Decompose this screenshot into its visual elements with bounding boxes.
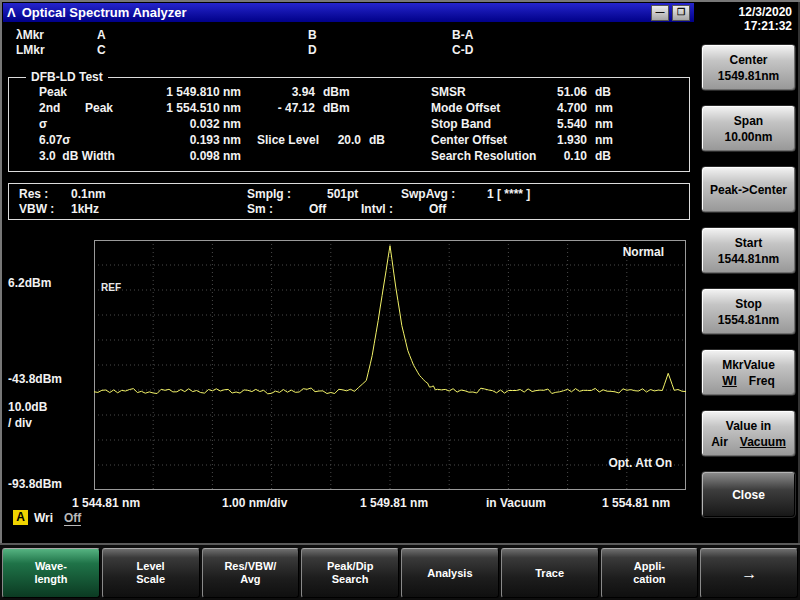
fkey-peak-dip-search-line2: Search [332, 573, 369, 586]
fkey-application-line2: cation [633, 573, 665, 586]
swpavg-value: 1 [ **** ] [487, 187, 530, 201]
fkey-level-scale[interactable]: Level Scale [102, 548, 200, 598]
y-axis-scale-label: 10.0dB [8, 400, 47, 414]
mode-offset-unit: nm [595, 101, 613, 115]
stop-band-unit: nm [595, 117, 613, 131]
second-peak-level-unit: dBm [323, 101, 350, 115]
fkey-level-scale-line1: Level [137, 560, 165, 573]
marker-d-label: D [308, 43, 317, 57]
date-text: 12/3/2020 [739, 5, 792, 19]
lambda-marker-label: λMkr [16, 28, 44, 42]
fkey-peak-dip-search-line1: Peak/Dip [327, 560, 373, 573]
analysis-row-sigma: σ 0.032 nm Stop Band 5.540 nm [9, 117, 689, 131]
analysis-row-2nd-peak: 2nd Peak 1 554.510 nm - 47.12 dBm Mode O… [9, 101, 689, 115]
start-button-value: 1544.81nm [718, 252, 779, 266]
stop-band-label: Stop Band [431, 117, 491, 131]
sigma-label: σ [39, 117, 47, 131]
intvl-label: Intvl : [361, 202, 393, 216]
fkey-wavelength-line1: Wave- [35, 560, 67, 573]
x-axis-div-label: 1.00 nm/div [222, 496, 287, 510]
marker-ba-label: B-A [452, 28, 473, 42]
center-button-value: 1549.81nm [718, 69, 779, 83]
fkey-res-vbw-avg-line1: Res/VBW/ [224, 560, 276, 573]
span-button-value: 10.00nm [724, 130, 772, 144]
analysis-results-box: Peak 1 549.810 nm 3.94 dBm SMSR 51.06 dB… [8, 77, 690, 172]
maximize-icon[interactable]: ❒ [672, 5, 690, 21]
fkey-trace-label: Trace [535, 567, 564, 580]
function-key-bar: Wave- length Level Scale Res/VBW/ Avg Pe… [0, 543, 800, 600]
value-in-option-air[interactable]: Air [711, 435, 728, 449]
slice-level-value: 20.0 [321, 133, 361, 147]
trace-display-status: Off [64, 511, 81, 526]
res-label: Res : [19, 187, 48, 201]
peak-to-center-button[interactable]: Peak->Center [701, 166, 796, 213]
six-sigma-label: 6.07σ [39, 133, 71, 147]
fkey-application-line1: Appli- [634, 560, 665, 573]
slice-level-label: Slice Level [257, 133, 319, 147]
marker-cd-label: C-D [452, 43, 473, 57]
smsr-value: 51.06 [497, 85, 587, 99]
x-axis-center-label: 1 549.81 nm [360, 496, 428, 510]
center-offset-value: 1.930 [497, 133, 587, 147]
fkey-application[interactable]: Appli- cation [601, 548, 699, 598]
res-value: 0.1nm [71, 187, 106, 201]
window-buttons: — ❒ [651, 5, 690, 21]
marker-value-button[interactable]: MkrValue Wl Freq [701, 349, 796, 396]
close-button[interactable]: Close [701, 471, 796, 518]
second-peak-level-value: - 47.12 [241, 101, 315, 115]
value-in-label: Value in [726, 419, 771, 433]
marker-value-options: Wl Freq [722, 374, 775, 388]
y-axis-bottom-label: -93.8dBm [8, 477, 62, 491]
anritsu-logo-icon: Λ [7, 5, 16, 20]
smplg-label: Smplg : [247, 187, 291, 201]
value-in-option-vacuum[interactable]: Vacuum [740, 435, 786, 449]
ref-level-label: REF [101, 282, 121, 293]
marker-a-label: A [97, 28, 106, 42]
minimize-icon[interactable]: — [651, 5, 669, 21]
search-resolution-unit: dB [595, 149, 611, 163]
marker-value-option-freq[interactable]: Freq [749, 374, 775, 388]
search-resolution-value: 0.10 [497, 149, 587, 163]
value-in-options: Air Vacuum [711, 435, 786, 449]
x-axis-stop-label: 1 554.81 nm [602, 496, 670, 510]
display-mode-label: Normal [623, 245, 664, 259]
analysis-row-6sigma: 6.07σ 0.193 nm Slice Level 20.0 dB Cente… [9, 133, 689, 147]
y-axis-scale-unit-label: / div [8, 416, 32, 430]
vbw-value: 1kHz [71, 202, 99, 216]
analysis-title: DFB-LD Test [26, 70, 108, 84]
peak-level-unit: dBm [323, 85, 350, 99]
start-button[interactable]: Start 1544.81nm [701, 227, 796, 274]
peak-to-center-label: Peak->Center [710, 183, 787, 197]
peak-level-value: 3.94 [241, 85, 315, 99]
fkey-wavelength[interactable]: Wave- length [2, 548, 100, 598]
y-axis-top-label: 6.2dBm [8, 276, 51, 290]
db-width-label: 3.0 dB Width [39, 149, 115, 163]
settings-row-2: VBW : 1kHz Sm : Off Intvl : Off [9, 202, 689, 215]
fkey-res-vbw-avg[interactable]: Res/VBW/ Avg [202, 548, 300, 598]
center-button[interactable]: Center 1549.81nm [701, 44, 796, 91]
x-axis-start-label: 1 544.81 nm [72, 496, 140, 510]
fkey-more-arrow[interactable]: → [700, 548, 798, 598]
slice-level-unit: dB [369, 133, 385, 147]
second-peak-wavelength-value: 1 554.510 nm [121, 101, 241, 115]
value-in-button[interactable]: Value in Air Vacuum [701, 410, 796, 457]
trace-write-status: Wri [34, 511, 53, 525]
marker-c-label: C [97, 43, 106, 57]
fkey-trace[interactable]: Trace [501, 548, 599, 598]
second-peak-label2: Peak [85, 101, 113, 115]
x-axis-medium-label: in Vacuum [486, 496, 546, 510]
level-marker-label: LMkr [16, 43, 45, 57]
marker-value-label: MkrValue [722, 358, 775, 372]
smplg-value: 501pt [327, 187, 358, 201]
center-offset-label: Center Offset [431, 133, 507, 147]
marker-value-option-wl[interactable]: Wl [722, 374, 737, 388]
osa-screen: Λ Optical Spectrum Analyzer — ❒ 12/3/202… [0, 0, 800, 600]
fkey-level-scale-line2: Scale [136, 573, 165, 586]
fkey-analysis[interactable]: Analysis [401, 548, 499, 598]
sm-value: Off [309, 202, 326, 216]
stop-band-value: 5.540 [497, 117, 587, 131]
stop-button[interactable]: Stop 1554.81nm [701, 288, 796, 335]
fkey-peak-dip-search[interactable]: Peak/Dip Search [301, 548, 399, 598]
db-width-value: 0.098 nm [121, 149, 241, 163]
span-button[interactable]: Span 10.00nm [701, 105, 796, 152]
